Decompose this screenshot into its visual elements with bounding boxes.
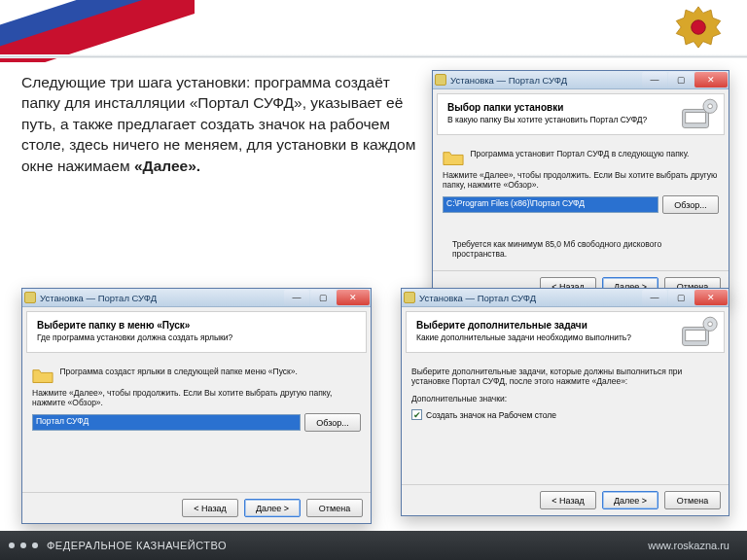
step-subtitle: В какую папку Вы хотите установить Порта…: [447, 115, 714, 124]
startmenu-path-input[interactable]: Портал СУФД: [32, 414, 301, 431]
svg-point-8: [708, 322, 713, 327]
svg-point-0: [692, 20, 706, 35]
titlebar[interactable]: Установка — Портал СУФД ― ▢ ✕: [22, 289, 371, 307]
disk-icon: [681, 316, 718, 349]
step-title: Выбор папки установки: [447, 102, 714, 113]
line2: Нажмите «Далее», чтобы продолжить. Если …: [443, 170, 719, 190]
installer-window-tasks: Установка — Портал СУФД ― ▢ ✕ Выберите д…: [401, 288, 729, 516]
tasks-intro: Выберите дополнительные задачи, которые …: [411, 367, 719, 386]
instruction-bold: «Далее».: [134, 158, 200, 174]
app-icon: [24, 292, 36, 303]
minimize-button[interactable]: ―: [284, 290, 309, 305]
line1: Программа создаст ярлыки в следующей пап…: [32, 367, 361, 384]
close-button[interactable]: ✕: [694, 72, 728, 88]
footer-bar: ФЕДЕРАЛЬНОЕ КАЗНАЧЕЙСТВО www.roskazna.ru: [0, 531, 747, 560]
close-button[interactable]: ✕: [694, 290, 728, 305]
browse-button[interactable]: Обзор...: [662, 195, 719, 214]
desktop-icon-checkbox[interactable]: ✔: [411, 409, 422, 420]
app-icon: [404, 292, 415, 303]
instruction-body: Следующие три шага установки: программа …: [21, 74, 415, 174]
maximize-button[interactable]: ▢: [668, 290, 694, 305]
cancel-button[interactable]: Отмена: [306, 499, 363, 517]
minimize-button[interactable]: ―: [642, 290, 667, 305]
back-button[interactable]: < Назад: [182, 499, 238, 517]
emblem-icon: [673, 2, 724, 52]
folder-icon: [443, 149, 464, 166]
footer-url: www.roskazna.ru: [648, 540, 729, 551]
line2: Нажмите «Далее», чтобы продолжить. Если …: [32, 388, 361, 407]
window-title: Установка — Портал СУФД: [40, 293, 157, 303]
minimize-button[interactable]: ―: [642, 72, 667, 88]
footer-org: ФЕДЕРАЛЬНОЕ КАЗНАЧЕЙСТВО: [47, 540, 227, 551]
installer-window-startmenu: Установка — Портал СУФД ― ▢ ✕ Выберите п…: [21, 288, 372, 524]
disk-icon: [681, 98, 718, 131]
app-icon: [435, 74, 446, 86]
instruction-text: Следующие три шага установки: программа …: [21, 72, 430, 176]
window-title: Установка — Портал СУФД: [450, 75, 567, 86]
installer-window-folder: Установка — Портал СУФД ― ▢ ✕ Выбор папк…: [432, 70, 729, 302]
maximize-button[interactable]: ▢: [668, 72, 694, 88]
close-button[interactable]: ✕: [337, 290, 370, 305]
browse-button[interactable]: Обзор...: [304, 413, 361, 432]
checkbox-row[interactable]: ✔ Создать значок на Рабочем столе: [411, 409, 719, 420]
footer-dots-icon: [0, 542, 47, 548]
tasks-group: Дополнительные значки:: [411, 394, 719, 403]
maximize-button[interactable]: ▢: [310, 290, 336, 305]
step-title: Выберите дополнительные задачи: [416, 320, 714, 331]
header-divider: [0, 54, 747, 58]
svg-rect-2: [686, 113, 706, 123]
titlebar[interactable]: Установка — Портал СУФД ― ▢ ✕: [433, 71, 729, 89]
next-button[interactable]: Далее >: [244, 499, 301, 517]
install-path-input[interactable]: C:\Program Files (x86)\Портал СУФД: [443, 196, 658, 213]
window-title: Установка — Портал СУФД: [419, 293, 536, 303]
desktop-icon-label: Создать значок на Рабочем столе: [426, 410, 556, 420]
step-title: Выберите папку в меню «Пуск»: [37, 320, 356, 331]
disk-requirement: Требуется как минимум 85,0 Мб свободного…: [452, 239, 715, 259]
cancel-button[interactable]: Отмена: [664, 491, 721, 509]
flag-corner: [0, 0, 195, 62]
titlebar[interactable]: Установка — Портал СУФД ― ▢ ✕: [402, 289, 729, 307]
svg-point-4: [708, 104, 713, 109]
step-subtitle: Где программа установки должна создать я…: [37, 332, 356, 342]
folder-icon: [32, 367, 53, 384]
line1: Программа установит Портал СУФД в следую…: [443, 149, 719, 166]
next-button[interactable]: Далее >: [602, 491, 658, 509]
svg-rect-6: [686, 331, 706, 341]
back-button[interactable]: < Назад: [540, 491, 596, 509]
step-subtitle: Какие дополнительные задачи необходимо в…: [416, 332, 714, 342]
